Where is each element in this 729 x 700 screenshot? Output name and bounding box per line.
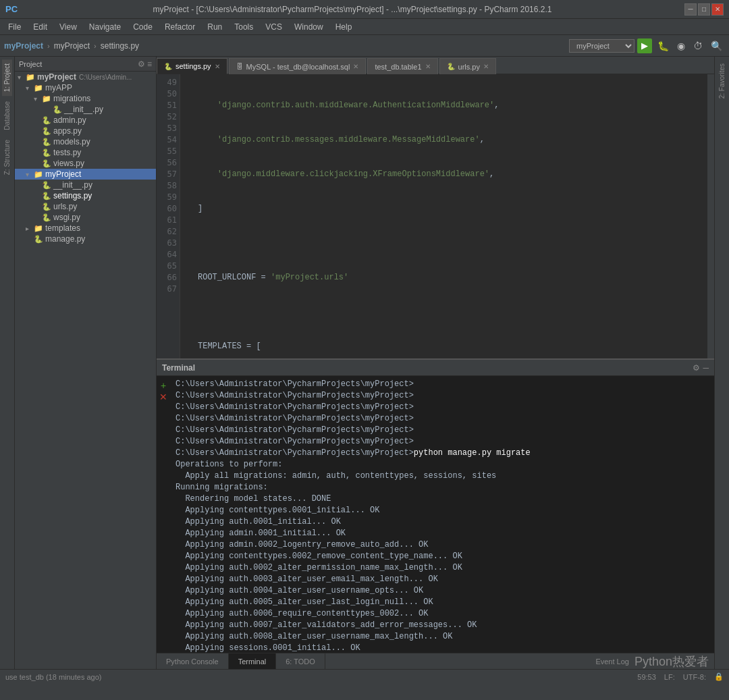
terminal-line-2: C:\Users\Administrator\PycharmProjects\m… bbox=[176, 390, 709, 402]
tree-item-init1[interactable]: 🐍 __init__.py bbox=[15, 104, 156, 115]
tree-item-apps[interactable]: 🐍 apps.py bbox=[15, 126, 156, 136]
mysql-tab-close[interactable]: ✕ bbox=[353, 63, 358, 70]
test-db-tab-close[interactable]: ✕ bbox=[425, 63, 431, 70]
statusbar-right: 59:53 LF: UTF-8: 🔒 bbox=[637, 672, 724, 681]
coverage-button[interactable]: ◉ bbox=[674, 39, 688, 53]
event-log-button[interactable]: Event Log bbox=[595, 657, 629, 666]
editor-scrollbar[interactable] bbox=[707, 74, 714, 358]
terminal-header-icons: ⚙ ─ bbox=[693, 363, 709, 373]
editor-area: 🐍 settings.py ✕ 🗄 MySQL - test_db@localh… bbox=[157, 57, 714, 669]
menubar: File Edit View Navigate Code Refactor Ru… bbox=[0, 19, 729, 35]
filetree-title: Project bbox=[19, 60, 42, 68]
sidebar-database-tab[interactable]: Database bbox=[2, 97, 12, 134]
run-config-selector[interactable]: myProject bbox=[569, 39, 634, 53]
window-title: myProject - [C:\Users\Administrator\Pych… bbox=[20, 5, 684, 14]
terminal-line-auth0007: Applying auth.0007_alter_validators_add_… bbox=[176, 620, 709, 631]
code-line-51: 'django.middleware.clickjacking.XFrameOp… bbox=[186, 169, 702, 180]
line-numbers: 49 50 51 52 53 54 55 56 57 58 59 60 61 6… bbox=[157, 74, 180, 358]
restore-button[interactable]: □ bbox=[698, 3, 710, 16]
tree-item-settings[interactable]: 🐍 settings.py bbox=[15, 190, 156, 201]
settings-tab-close[interactable]: ✕ bbox=[215, 63, 220, 70]
menu-file[interactable]: File bbox=[3, 21, 26, 33]
menu-code[interactable]: Code bbox=[128, 21, 158, 33]
status-encoding: UTF-8: bbox=[683, 673, 706, 681]
terminal-line-ct0001: Applying contenttypes.0001_initial... OK bbox=[176, 505, 709, 516]
urls-tab-icon: 🐍 bbox=[447, 63, 455, 70]
tree-item-tests[interactable]: 🐍 tests.py bbox=[15, 147, 156, 158]
tree-item-templates[interactable]: ▸ 📁 templates bbox=[15, 223, 156, 234]
urls-tab-close[interactable]: ✕ bbox=[483, 63, 489, 70]
tree-item-manage[interactable]: 🐍 manage.py bbox=[15, 234, 156, 244]
terminal-settings-icon[interactable]: ⚙ bbox=[693, 363, 700, 373]
close-button[interactable]: ✕ bbox=[711, 3, 724, 16]
tree-item-root[interactable]: ▾ 📁 myProject C:\Users\Admin... bbox=[15, 72, 156, 82]
terminal-line-auth0002: Applying auth.0002_alter_permission_name… bbox=[176, 562, 709, 574]
tab-settings[interactable]: 🐍 settings.py ✕ bbox=[157, 58, 227, 74]
search-everywhere-button[interactable]: 🔍 bbox=[708, 39, 725, 53]
tab-todo[interactable]: 6: TODO bbox=[276, 653, 325, 670]
menu-window[interactable]: Window bbox=[289, 21, 329, 33]
tab-mysql[interactable]: 🗄 MySQL - test_db@localhost.sql ✕ bbox=[229, 58, 367, 74]
filetree-sync-icon[interactable]: ⚙ bbox=[138, 59, 145, 69]
terminal-line-auth0005: Applying auth.0005_alter_user_last_login… bbox=[176, 597, 709, 608]
tree-item-wsgi[interactable]: 🐍 wsgi.py bbox=[15, 212, 156, 223]
terminal-line-4: C:\Users\Administrator\PycharmProjects\m… bbox=[176, 413, 709, 425]
code-content[interactable]: 'django.contrib.auth.middleware.Authenti… bbox=[180, 74, 707, 358]
tree-item-urls[interactable]: 🐍 urls.py bbox=[15, 201, 156, 212]
debug-button[interactable]: 🐛 bbox=[655, 39, 672, 53]
menu-navigate[interactable]: Navigate bbox=[84, 21, 126, 33]
sidebar-project-tab[interactable]: 1: Project bbox=[2, 59, 12, 96]
minimize-button[interactable]: ─ bbox=[684, 3, 697, 16]
vcs-status: use test_db (18 minutes ago) bbox=[5, 673, 101, 681]
terminal-add-button[interactable]: + bbox=[161, 380, 166, 391]
favorites-tab[interactable]: 2: Favorites bbox=[717, 59, 727, 103]
editor-scroll-area[interactable]: 'django.contrib.auth.middleware.Authenti… bbox=[180, 74, 707, 358]
terminal-title: Terminal bbox=[162, 363, 195, 373]
terminal-line-sessions: Applying sessions.0001_initial... OK bbox=[176, 643, 709, 653]
menu-run[interactable]: Run bbox=[202, 21, 227, 33]
sidebar-structure-tab[interactable]: Z: Structure bbox=[2, 136, 12, 179]
terminal-header: Terminal ⚙ ─ bbox=[157, 360, 714, 376]
code-line-53 bbox=[186, 238, 702, 249]
breadcrumb-myproject[interactable]: myProject bbox=[54, 41, 90, 51]
menu-vcs[interactable]: VCS bbox=[260, 21, 288, 33]
terminal-tab-label: Terminal bbox=[238, 657, 267, 666]
run-button[interactable]: ▶ bbox=[637, 38, 652, 53]
filetree-panel: Project ⚙ ≡ ▾ 📁 myProject C:\Users\Admin… bbox=[15, 57, 157, 669]
tree-item-myproject-folder[interactable]: ▾ 📁 myProject bbox=[15, 169, 156, 180]
menu-refactor[interactable]: Refactor bbox=[159, 21, 200, 33]
terminal-line-6: C:\Users\Administrator\PycharmProjects\m… bbox=[176, 436, 709, 448]
menu-view[interactable]: View bbox=[54, 21, 82, 33]
terminal-body: + ✕ C:\Users\Administrator\PycharmProjec… bbox=[157, 376, 714, 653]
terminal-minimize-icon[interactable]: ─ bbox=[703, 363, 709, 373]
bottom-panel: Terminal ⚙ ─ + ✕ C:\Users\Administrator\… bbox=[157, 358, 714, 669]
tree-item-models[interactable]: 🐍 models.py bbox=[15, 136, 156, 147]
code-line-55 bbox=[186, 306, 702, 318]
tab-urls[interactable]: 🐍 urls.py ✕ bbox=[439, 58, 496, 74]
tab-python-console[interactable]: Python Console bbox=[157, 653, 229, 670]
tab-test-db[interactable]: test_db.table1 ✕ bbox=[367, 58, 437, 74]
mysql-tab-label: MySQL - test_db@localhost.sql bbox=[246, 63, 350, 71]
terminal-line-auth0003: Applying auth.0003_alter_user_email_max_… bbox=[176, 574, 709, 585]
tree-item-myapp[interactable]: ▾ 📁 myAPP bbox=[15, 82, 156, 93]
tree-item-admin[interactable]: 🐍 admin.py bbox=[15, 115, 156, 126]
tree-item-migrations[interactable]: ▾ 📁 migrations bbox=[15, 93, 156, 104]
terminal-close-button[interactable]: ✕ bbox=[159, 392, 167, 402]
breadcrumb-settings[interactable]: settings.py bbox=[101, 41, 139, 51]
filetree-header: Project ⚙ ≡ bbox=[15, 57, 156, 72]
menu-tools[interactable]: Tools bbox=[229, 21, 259, 33]
filetree-gear-icon[interactable]: ≡ bbox=[147, 59, 152, 69]
tree-item-views[interactable]: 🐍 views.py bbox=[15, 158, 156, 169]
terminal-content[interactable]: C:\Users\Administrator\PycharmProjects\m… bbox=[170, 376, 714, 653]
tab-terminal[interactable]: Terminal bbox=[229, 653, 277, 670]
menu-edit[interactable]: Edit bbox=[28, 21, 53, 33]
menu-help[interactable]: Help bbox=[330, 21, 358, 33]
breadcrumb-project[interactable]: myProject bbox=[4, 41, 43, 51]
sidebar-left: 1: Project Database Z: Structure bbox=[0, 57, 15, 669]
code-line-54: ROOT_URLCONF = 'myProject.urls' bbox=[186, 272, 702, 284]
settings-tab-label: settings.py bbox=[176, 62, 211, 70]
code-editor[interactable]: 49 50 51 52 53 54 55 56 57 58 59 60 61 6… bbox=[157, 74, 714, 358]
profile-button[interactable]: ⏱ bbox=[691, 39, 705, 53]
tree-item-init2[interactable]: 🐍 __init__.py bbox=[15, 180, 156, 190]
terminal-line-auth0001: Applying auth.0001_initial... OK bbox=[176, 516, 709, 528]
